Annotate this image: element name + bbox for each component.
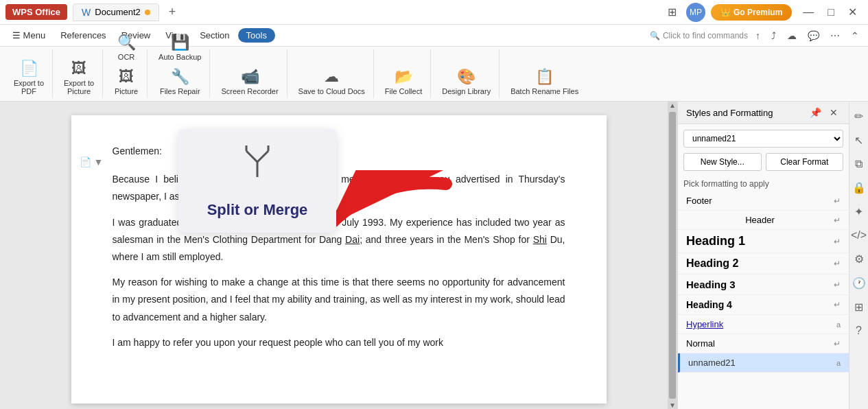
style-normal-label: Normal [686,338,834,349]
wps-logo-button[interactable]: WPS Office [5,4,67,20]
menu-references[interactable]: References [54,27,113,43]
document-tab[interactable]: W Document2 [73,3,159,21]
style-unnamed21-label: unnamed21 [688,358,836,368]
format-icon[interactable]: ✏ [852,107,866,126]
file-collect-icon: 📂 [395,68,413,86]
screen-recorder-button[interactable]: 📹 Screen Recorder [217,65,282,98]
picture-button[interactable]: 🖼 Picture [110,65,143,98]
add-tab-button[interactable]: + [165,5,180,19]
history-icon[interactable]: 🕐 [849,274,869,292]
clear-format-button[interactable]: Clear Format [766,153,844,171]
more-icon[interactable]: ⋯ [827,29,843,43]
ribbon: 📄 Export toPDF 🖼 Export toPicture 🔍 OCR … [0,47,868,102]
picture-label: Picture [115,87,138,95]
main-layout: Split or Merge 📄 ▼ Gentlemen: Because I … [0,102,868,409]
close-styles-button[interactable]: ✕ [827,106,841,119]
scroll-down-button[interactable]: ▼ [669,401,676,409]
scroll-up-button[interactable]: ▲ [669,102,676,109]
svg-line-1 [246,151,257,162]
copy-icon[interactable]: ⧉ [852,155,865,173]
new-style-button[interactable]: New Style... [683,153,762,171]
search-button[interactable]: 🔍 Click to find commands [650,31,748,40]
maximize-button[interactable]: □ [822,4,840,20]
minimize-button[interactable]: — [797,4,819,20]
style-h1-label: Heading 1 [686,234,834,248]
table-icon[interactable]: ⊞ [852,298,866,316]
style-item-hyperlink[interactable]: Hyperlink a [678,315,849,334]
styles-select[interactable]: unnamed21 [683,130,843,148]
cloud-icon[interactable]: ☁ [784,29,800,43]
styles-dropdown[interactable]: unnamed21 [683,130,843,148]
export-pdf-icon: 📄 [20,60,38,78]
code-icon[interactable]: </> [848,226,868,244]
save-cloud-label: Save to Cloud Docs [298,87,365,95]
style-item-h4[interactable]: Heading 4 ↵ [678,295,849,315]
tooltip-title: Split or Merge [207,201,308,219]
ribbon-group-recorder: 📹 Screen Recorder [213,49,287,98]
style-hyperlink-label: Hyperlink [686,319,836,329]
styles-actions: New Style... Clear Format [683,153,843,171]
style-header-label: Header [686,215,834,225]
style-header-icon: ↵ [834,215,841,225]
lock-icon[interactable]: 🔒 [849,178,869,197]
design-library-icon: 🎨 [457,68,476,86]
vertical-scrollbar[interactable]: ▲ ▼ [668,102,677,409]
auto-backup-button[interactable]: 💾 Auto Backup [154,31,205,64]
export-picture-icon: 🖼 [71,60,86,78]
premium-icon: 👑 [720,8,731,17]
menu-toggle[interactable]: ☰ Menu [5,27,52,43]
style-h2-icon: ↵ [834,259,841,268]
pin-button[interactable]: 📌 [807,106,824,119]
search-placeholder: Click to find commands [663,31,748,40]
export-picture-button[interactable]: 🖼 Export toPicture [60,57,98,98]
batch-rename-button[interactable]: 📋 Batch Rename Files [506,65,583,98]
svg-line-2 [257,151,268,162]
export-icon[interactable]: ⤴ [768,29,779,43]
right-sidebar: ✏ ↖ ⧉ 🔒 ✦ </> ⚙ 🕐 ⊞ ? [849,102,868,409]
search-icon: 🔍 [650,31,660,40]
style-unnamed21-icon: a [836,359,841,367]
collapse-icon[interactable]: ⌃ [847,29,863,43]
multi-window-icon[interactable]: ⊞ [664,4,681,20]
ribbon-group-export: 📄 Export toPDF [5,49,53,98]
auto-backup-label: Auto Backup [159,53,201,61]
ribbon-group-design: 🎨 Design Library [434,49,500,98]
go-premium-button[interactable]: 👑 Go Premium [711,4,792,21]
batch-rename-label: Batch Rename Files [511,87,578,95]
settings-icon[interactable]: ⚙ [852,250,867,268]
style-h2-label: Heading 2 [686,257,834,270]
style-item-h2[interactable]: Heading 2 ↵ [678,253,849,274]
share-icon[interactable]: ↑ [752,29,764,43]
user-avatar[interactable]: MP [686,3,705,22]
styles-list: Footer ↵ Header ↵ Heading 1 ↵ Heading 2 … [678,191,849,409]
ribbon-group-ocr: 🔍 OCR 🖼 Picture [106,49,148,98]
style-item-normal[interactable]: Normal ↵ [678,334,849,353]
export-pdf-button[interactable]: 📄 Export toPDF [10,57,48,98]
export-picture-label: Export toPicture [64,79,94,95]
scroll-thumb[interactable] [669,112,676,399]
close-button[interactable]: ✕ [843,4,863,20]
style-item-header[interactable]: Header ↵ [678,211,849,230]
design-library-button[interactable]: 🎨 Design Library [438,65,495,98]
batch-rename-icon: 📋 [535,68,554,86]
document-area[interactable]: Split or Merge 📄 ▼ Gentlemen: Because I … [0,102,677,409]
menu-tools[interactable]: Tools [238,28,275,43]
style-h4-icon: ↵ [834,300,841,309]
help-icon[interactable]: ? [853,322,865,340]
files-repair-icon: 🔧 [171,68,189,86]
style-item-h3[interactable]: Heading 3 ↵ [678,274,849,295]
styles-panel: Styles and Formatting 📌 ✕ unnamed21 New … [677,102,849,409]
ocr-button[interactable]: 🔍 OCR [110,31,143,64]
style-item-h1[interactable]: Heading 1 ↵ [678,230,849,253]
file-collect-button[interactable]: 📂 File Collect [381,65,426,98]
style-item-footer[interactable]: Footer ↵ [678,191,849,211]
files-repair-button[interactable]: 🔧 Files Repair [156,65,204,98]
cursor-icon[interactable]: ↖ [852,131,866,150]
style-item-unnamed21[interactable]: unnamed21 a [678,353,849,373]
screen-recorder-icon: 📹 [241,68,259,86]
save-cloud-button[interactable]: ☁ Save to Cloud Docs [294,65,369,98]
page-icon[interactable]: 📄 ▼ [80,156,104,167]
magic-icon[interactable]: ✦ [852,202,866,221]
save-cloud-icon: ☁ [324,68,339,86]
comment-icon[interactable]: 💬 [804,29,823,43]
